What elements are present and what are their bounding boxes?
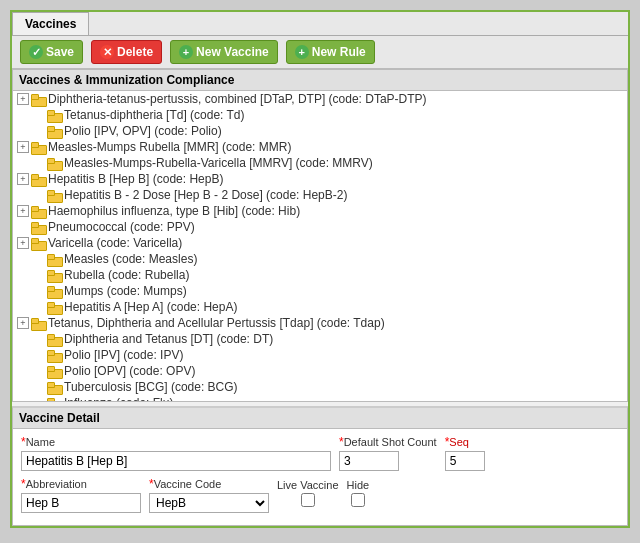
tree-item-label: Haemophilus influenza, type B [Hib] (cod… [48,204,300,218]
abbreviation-input[interactable] [21,493,141,513]
live-vaccine-field: Live Vaccine [277,479,339,507]
expand-icon[interactable]: + [17,317,29,329]
tree-item-label: Rubella (code: Rubella) [64,268,189,282]
new-rule-button[interactable]: + New Rule [286,40,375,64]
folder-icon [47,334,61,345]
folder-icon [47,382,61,393]
tree-item-label: Polio [OPV] (code: OPV) [64,364,195,378]
seq-input[interactable] [445,451,485,471]
vaccine-tree-section: Vaccines & Immunization Compliance +Diph… [12,69,628,402]
hide-label: Hide [347,479,370,491]
tree-item[interactable]: +Diphtheria-tetanus-pertussis, combined … [13,91,627,107]
tree-item[interactable]: Measles (code: Measles) [13,251,627,267]
vaccine-code-select[interactable]: HepBDTaP-DTPTdPolioMMRMMRVHepB-2HibPPVVa… [149,493,269,513]
tree-item-label: Polio [IPV, OPV] (code: Polio) [64,124,222,138]
folder-icon [47,126,61,137]
new-vaccine-label: New Vaccine [196,45,269,59]
tree-item[interactable]: Rubella (code: Rubella) [13,267,627,283]
folder-icon [47,110,61,121]
tree-item[interactable]: Tetanus-diphtheria [Td] (code: Td) [13,107,627,123]
delete-button[interactable]: ✕ Delete [91,40,162,64]
expand-icon[interactable]: + [17,173,29,185]
tree-item-label: Hepatitis B [Hep B] (code: HepB) [48,172,223,186]
folder-icon [47,270,61,281]
detail-row-2: *Abbreviation *Vaccine Code HepBDTaP-DTP… [21,477,619,513]
name-field: *Name [21,435,331,471]
vaccine-code-field: *Vaccine Code HepBDTaP-DTPTdPolioMMRMMRV… [149,477,269,513]
detail-header: Vaccine Detail [13,408,627,429]
tree-item[interactable]: Hepatitis B - 2 Dose [Hep B - 2 Dose] (c… [13,187,627,203]
tree-item[interactable]: Pneumococcal (code: PPV) [13,219,627,235]
delete-icon: ✕ [100,45,114,59]
expand-icon[interactable]: + [17,141,29,153]
expand-icon[interactable]: + [17,237,29,249]
tree-item-label: Diphtheria and Tetanus [DT] (code: DT) [64,332,273,346]
tree-item[interactable]: Polio [OPV] (code: OPV) [13,363,627,379]
tree-item-label: Influenza (code: Flu) [64,396,173,401]
tree-body[interactable]: +Diphtheria-tetanus-pertussis, combined … [13,91,627,401]
default-shot-count-field: *Default Shot Count [339,435,437,471]
tree-item[interactable]: Tuberculosis [BCG] (code: BCG) [13,379,627,395]
tree-header: Vaccines & Immunization Compliance [13,70,627,91]
tree-item-label: Pneumococcal (code: PPV) [48,220,195,234]
abbreviation-field: *Abbreviation [21,477,141,513]
tree-item[interactable]: Influenza (code: Flu) [13,395,627,401]
folder-icon [31,174,45,185]
default-shot-count-label: *Default Shot Count [339,435,437,449]
folder-icon [31,206,45,217]
name-input[interactable] [21,451,331,471]
tree-item[interactable]: +Haemophilus influenza, type B [Hib] (co… [13,203,627,219]
default-shot-count-input[interactable] [339,451,399,471]
save-button[interactable]: ✓ Save [20,40,83,64]
folder-icon [47,286,61,297]
folder-icon [47,302,61,313]
tree-item[interactable]: Hepatitis A [Hep A] (code: HepA) [13,299,627,315]
detail-row-1: *Name *Default Shot Count *Seq [21,435,619,471]
abbreviation-label: *Abbreviation [21,477,141,491]
folder-icon [47,366,61,377]
new-vaccine-button[interactable]: + New Vaccine [170,40,278,64]
tree-item-label: Tetanus, Diphtheria and Acellular Pertus… [48,316,385,330]
folder-icon [47,190,61,201]
tree-item-label: Tetanus-diphtheria [Td] (code: Td) [64,108,245,122]
live-vaccine-checkbox[interactable] [301,493,315,507]
tree-item-label: Mumps (code: Mumps) [64,284,187,298]
folder-icon [31,318,45,329]
tree-item[interactable]: Polio [IPV, OPV] (code: Polio) [13,123,627,139]
folder-icon [47,398,61,402]
vaccine-detail-section: Vaccine Detail *Name *Default Shot Count… [12,406,628,526]
tree-item[interactable]: +Varicella (code: Varicella) [13,235,627,251]
folder-icon [47,254,61,265]
tree-item-label: Hepatitis A [Hep A] (code: HepA) [64,300,237,314]
hide-checkbox[interactable] [351,493,365,507]
folder-icon [31,222,45,233]
tree-item[interactable]: Measles-Mumps-Rubella-Varicella [MMRV] (… [13,155,627,171]
tree-item-label: Polio [IPV] (code: IPV) [64,348,183,362]
expand-icon[interactable]: + [17,93,29,105]
tree-item-label: Tuberculosis [BCG] (code: BCG) [64,380,238,394]
name-label: *Name [21,435,331,449]
tree-item[interactable]: +Tetanus, Diphtheria and Acellular Pertu… [13,315,627,331]
save-icon: ✓ [29,45,43,59]
tree-item[interactable]: Polio [IPV] (code: IPV) [13,347,627,363]
new-rule-icon: + [295,45,309,59]
tree-item-label: Measles-Mumps Rubella [MMR] (code: MMR) [48,140,291,154]
tree-item[interactable]: +Hepatitis B [Hep B] (code: HepB) [13,171,627,187]
tree-item[interactable]: +Measles-Mumps Rubella [MMR] (code: MMR) [13,139,627,155]
new-rule-label: New Rule [312,45,366,59]
folder-icon [47,350,61,361]
delete-label: Delete [117,45,153,59]
hide-field: Hide [347,479,370,507]
folder-icon [31,94,45,105]
main-window: Vaccines ✓ Save ✕ Delete + New Vaccine +… [10,10,630,528]
vaccine-code-label: *Vaccine Code [149,477,269,491]
new-vaccine-icon: + [179,45,193,59]
seq-field: *Seq [445,435,485,471]
tab-bar: Vaccines [12,12,628,36]
folder-icon [31,142,45,153]
tab-vaccines[interactable]: Vaccines [12,12,89,35]
folder-icon [47,158,61,169]
expand-icon[interactable]: + [17,205,29,217]
tree-item[interactable]: Mumps (code: Mumps) [13,283,627,299]
tree-item[interactable]: Diphtheria and Tetanus [DT] (code: DT) [13,331,627,347]
